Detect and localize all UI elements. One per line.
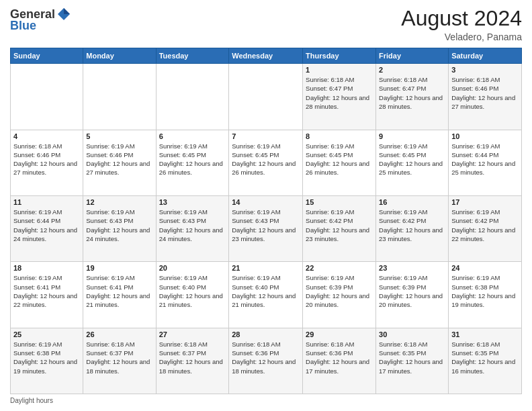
day-info: Sunrise: 6:19 AMSunset: 6:42 PMDaylight:… — [306, 208, 373, 243]
day-info: Sunrise: 6:19 AMSunset: 6:45 PMDaylight:… — [379, 142, 445, 177]
day-cell: 9Sunrise: 6:19 AMSunset: 6:45 PMDaylight… — [376, 130, 449, 195]
col-saturday: Saturday — [449, 48, 522, 64]
day-info: Sunrise: 6:19 AMSunset: 6:41 PMDaylight:… — [86, 273, 152, 309]
day-number: 23 — [379, 264, 445, 272]
day-info: Sunrise: 6:19 AMSunset: 6:46 PMDaylight:… — [86, 142, 152, 177]
day-number: 19 — [86, 264, 152, 272]
day-number: 17 — [451, 198, 519, 206]
day-cell: 26Sunrise: 6:18 AMSunset: 6:37 PMDayligh… — [83, 328, 156, 394]
col-thursday: Thursday — [303, 48, 376, 64]
location-subtitle: Veladero, Panama — [401, 32, 522, 42]
day-info: Sunrise: 6:19 AMSunset: 6:39 PMDaylight:… — [379, 273, 445, 309]
daylight-label: Daylight hours — [10, 397, 53, 404]
day-number: 16 — [379, 198, 445, 206]
day-cell: 18Sunrise: 6:19 AMSunset: 6:41 PMDayligh… — [11, 262, 83, 328]
day-cell: 24Sunrise: 6:19 AMSunset: 6:38 PMDayligh… — [449, 262, 522, 328]
day-cell: 7Sunrise: 6:19 AMSunset: 6:45 PMDaylight… — [229, 130, 303, 195]
calendar-page: General Blue August 2024 Veladero, Panam… — [0, 0, 532, 411]
day-number: 10 — [451, 132, 519, 140]
day-number: 9 — [379, 132, 445, 140]
calendar-header: Sunday Monday Tuesday Wednesday Thursday… — [11, 48, 522, 64]
day-info: Sunrise: 6:19 AMSunset: 6:43 PMDaylight:… — [86, 208, 152, 243]
day-cell: 11Sunrise: 6:19 AMSunset: 6:44 PMDayligh… — [11, 195, 83, 261]
day-number: 15 — [306, 198, 373, 206]
day-cell: 4Sunrise: 6:18 AMSunset: 6:46 PMDaylight… — [11, 130, 83, 195]
day-cell: 25Sunrise: 6:19 AMSunset: 6:38 PMDayligh… — [11, 328, 83, 394]
month-year-title: August 2024 — [401, 7, 522, 30]
day-info: Sunrise: 6:19 AMSunset: 6:42 PMDaylight:… — [379, 208, 445, 243]
day-number: 31 — [451, 330, 519, 338]
day-info: Sunrise: 6:19 AMSunset: 6:43 PMDaylight:… — [232, 208, 300, 243]
day-info: Sunrise: 6:19 AMSunset: 6:39 PMDaylight:… — [306, 273, 373, 309]
day-cell: 8Sunrise: 6:19 AMSunset: 6:45 PMDaylight… — [303, 130, 376, 195]
day-number: 28 — [232, 330, 300, 338]
day-info: Sunrise: 6:18 AMSunset: 6:46 PMDaylight:… — [13, 142, 80, 177]
day-info: Sunrise: 6:19 AMSunset: 6:43 PMDaylight:… — [159, 208, 226, 243]
day-cell: 1Sunrise: 6:18 AMSunset: 6:47 PMDaylight… — [303, 64, 376, 130]
day-info: Sunrise: 6:19 AMSunset: 6:44 PMDaylight:… — [13, 208, 80, 243]
day-info: Sunrise: 6:19 AMSunset: 6:38 PMDaylight:… — [13, 340, 80, 375]
day-cell: 3Sunrise: 6:18 AMSunset: 6:46 PMDaylight… — [449, 64, 522, 130]
day-cell — [11, 64, 83, 130]
day-number: 24 — [451, 264, 519, 272]
day-number: 29 — [306, 330, 373, 338]
day-cell: 20Sunrise: 6:19 AMSunset: 6:40 PMDayligh… — [156, 262, 229, 328]
header: General Blue August 2024 Veladero, Panam… — [10, 7, 522, 42]
header-row: Sunday Monday Tuesday Wednesday Thursday… — [11, 48, 522, 64]
day-cell: 27Sunrise: 6:18 AMSunset: 6:37 PMDayligh… — [156, 328, 229, 394]
day-number: 7 — [232, 132, 300, 140]
day-cell: 16Sunrise: 6:19 AMSunset: 6:42 PMDayligh… — [376, 195, 449, 261]
day-number: 2 — [379, 66, 445, 74]
day-number: 20 — [159, 264, 226, 272]
day-number: 8 — [306, 132, 373, 140]
day-cell: 15Sunrise: 6:19 AMSunset: 6:42 PMDayligh… — [303, 195, 376, 261]
day-number: 21 — [232, 264, 300, 272]
day-info: Sunrise: 6:18 AMSunset: 6:36 PMDaylight:… — [232, 340, 300, 375]
day-info: Sunrise: 6:18 AMSunset: 6:47 PMDaylight:… — [379, 75, 445, 111]
day-cell: 28Sunrise: 6:18 AMSunset: 6:36 PMDayligh… — [229, 328, 303, 394]
week-row-5: 25Sunrise: 6:19 AMSunset: 6:38 PMDayligh… — [11, 328, 522, 394]
col-friday: Friday — [376, 48, 449, 64]
day-info: Sunrise: 6:19 AMSunset: 6:45 PMDaylight:… — [159, 142, 226, 177]
day-info: Sunrise: 6:18 AMSunset: 6:36 PMDaylight:… — [306, 340, 373, 375]
day-number: 3 — [451, 66, 519, 74]
day-cell: 10Sunrise: 6:19 AMSunset: 6:44 PMDayligh… — [449, 130, 522, 195]
day-info: Sunrise: 6:19 AMSunset: 6:41 PMDaylight:… — [13, 273, 80, 309]
calendar-table: Sunday Monday Tuesday Wednesday Thursday… — [10, 48, 522, 394]
day-number: 22 — [306, 264, 373, 272]
day-cell: 21Sunrise: 6:19 AMSunset: 6:40 PMDayligh… — [229, 262, 303, 328]
day-cell: 31Sunrise: 6:18 AMSunset: 6:35 PMDayligh… — [449, 328, 522, 394]
day-number: 26 — [86, 330, 152, 338]
day-info: Sunrise: 6:18 AMSunset: 6:47 PMDaylight:… — [306, 75, 373, 111]
day-number: 27 — [159, 330, 226, 338]
logo: General Blue — [10, 7, 71, 33]
day-cell: 30Sunrise: 6:18 AMSunset: 6:35 PMDayligh… — [376, 328, 449, 394]
day-number: 5 — [86, 132, 152, 140]
day-info: Sunrise: 6:19 AMSunset: 6:44 PMDaylight:… — [451, 142, 519, 177]
calendar-body: 1Sunrise: 6:18 AMSunset: 6:47 PMDaylight… — [11, 64, 522, 394]
day-cell: 14Sunrise: 6:19 AMSunset: 6:43 PMDayligh… — [229, 195, 303, 261]
day-cell: 2Sunrise: 6:18 AMSunset: 6:47 PMDaylight… — [376, 64, 449, 130]
col-wednesday: Wednesday — [229, 48, 303, 64]
day-number: 25 — [13, 330, 80, 338]
day-info: Sunrise: 6:18 AMSunset: 6:35 PMDaylight:… — [451, 340, 519, 375]
day-number: 1 — [306, 66, 373, 74]
day-number: 6 — [159, 132, 226, 140]
svg-marker-1 — [64, 8, 70, 14]
day-info: Sunrise: 6:19 AMSunset: 6:45 PMDaylight:… — [232, 142, 300, 177]
week-row-3: 11Sunrise: 6:19 AMSunset: 6:44 PMDayligh… — [11, 195, 522, 261]
day-info: Sunrise: 6:19 AMSunset: 6:40 PMDaylight:… — [232, 273, 300, 309]
day-cell: 29Sunrise: 6:18 AMSunset: 6:36 PMDayligh… — [303, 328, 376, 394]
day-cell — [156, 64, 229, 130]
day-cell: 23Sunrise: 6:19 AMSunset: 6:39 PMDayligh… — [376, 262, 449, 328]
day-cell: 6Sunrise: 6:19 AMSunset: 6:45 PMDaylight… — [156, 130, 229, 195]
day-info: Sunrise: 6:18 AMSunset: 6:35 PMDaylight:… — [379, 340, 445, 375]
day-info: Sunrise: 6:19 AMSunset: 6:42 PMDaylight:… — [451, 208, 519, 243]
day-cell: 17Sunrise: 6:19 AMSunset: 6:42 PMDayligh… — [449, 195, 522, 261]
day-cell: 12Sunrise: 6:19 AMSunset: 6:43 PMDayligh… — [83, 195, 156, 261]
footer: Daylight hours — [10, 397, 522, 404]
week-row-4: 18Sunrise: 6:19 AMSunset: 6:41 PMDayligh… — [11, 262, 522, 328]
day-cell: 19Sunrise: 6:19 AMSunset: 6:41 PMDayligh… — [83, 262, 156, 328]
logo-blue-text: Blue — [10, 19, 36, 33]
day-cell — [229, 64, 303, 130]
